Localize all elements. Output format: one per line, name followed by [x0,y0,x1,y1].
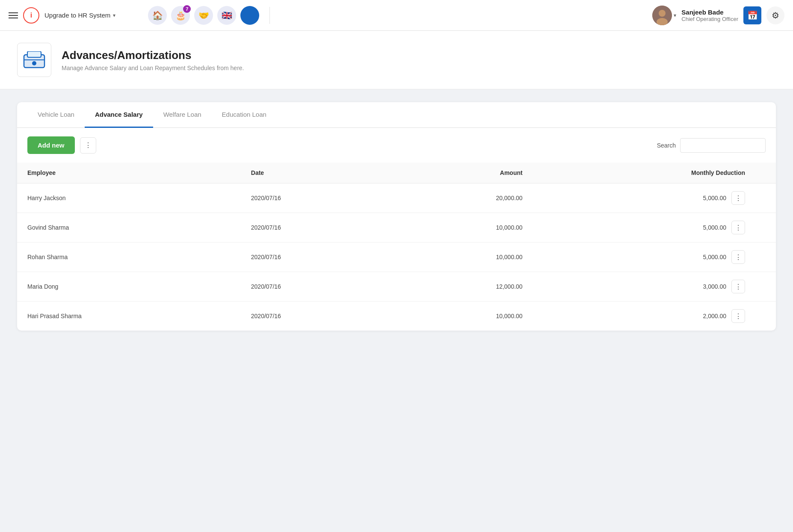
header-nav-icons: 🏠 🎂 7 🤝 🇬🇧 [148,6,259,25]
page-subtitle: Manage Advance Salary and Loan Repayment… [62,65,244,71]
settings-button[interactable]: ⚙ [766,6,784,24]
col-actions [755,163,776,183]
header-right: ▾ Sanjeeb Bade Chief Operating Officer 📅… [652,6,784,25]
cell-employee: Harry Jackson [17,183,241,213]
page-title-wrap: Advances/Amortizations Manage Advance Sa… [62,49,244,71]
tab-vehicle-loan[interactable]: Vehicle Loan [27,102,85,128]
cell-empty [755,272,776,301]
col-monthly-deduction: Monthly Deduction [533,163,755,183]
chevron-down-icon: ▾ [113,12,115,18]
cell-amount: 10,000.00 [392,242,533,272]
user-role: Chief Operating Officer [681,16,738,22]
cell-amount: 10,000.00 [392,301,533,331]
table-row: Harry Jackson 2020/07/16 20,000.00 5,000… [17,183,776,213]
cell-empty [755,242,776,272]
cell-empty [755,301,776,331]
cell-date: 2020/07/16 [241,213,392,242]
vertical-dots-icon: ⋮ [85,141,92,149]
cell-amount: 20,000.00 [392,183,533,213]
table-row: Rohan Sharma 2020/07/16 10,000.00 5,000.… [17,242,776,272]
main-card: Vehicle Loan Advance Salary Welfare Loan… [17,102,776,331]
row-action-button[interactable]: ⋮ [731,191,745,205]
table-row: Govind Sharma 2020/07/16 10,000.00 5,000… [17,213,776,242]
uk-flag-nav-icon[interactable]: 🇬🇧 [217,6,236,25]
table-row: Maria Dong 2020/07/16 12,000.00 3,000.00… [17,272,776,301]
search-area: Search [657,138,766,153]
col-employee: Employee [17,163,241,183]
handshake-nav-icon[interactable]: 🤝 [194,6,213,25]
toolbar: Add new ⋮ Search [17,128,776,163]
row-action-button[interactable]: ⋮ [731,280,745,293]
tab-education-loan[interactable]: Education Loan [212,102,277,128]
tabs: Vehicle Loan Advance Salary Welfare Loan… [17,102,776,128]
upgrade-label: Upgrade to HR System [44,12,110,19]
cell-monthly-deduction: 5,000.00 ⋮ [533,213,755,242]
cell-employee: Maria Dong [17,272,241,301]
birthday-nav-icon[interactable]: 🎂 7 [171,6,190,25]
cell-empty [755,213,776,242]
add-new-button[interactable]: Add new [27,136,75,154]
col-amount: Amount [392,163,533,183]
table-body: Harry Jackson 2020/07/16 20,000.00 5,000… [17,183,776,331]
tab-welfare-loan[interactable]: Welfare Loan [153,102,212,128]
hamburger-menu[interactable] [9,12,18,18]
home-nav-icon[interactable]: 🏠 [148,6,167,25]
cell-amount: 10,000.00 [392,213,533,242]
more-options-button[interactable]: ⋮ [80,137,96,154]
table-header-row: Employee Date Amount Monthly Deduction [17,163,776,183]
blue-dot-nav-icon[interactable] [240,6,259,25]
cell-monthly-deduction: 5,000.00 ⋮ [533,242,755,272]
avatar-dropdown[interactable]: ▾ [652,6,676,25]
cell-date: 2020/07/16 [241,242,392,272]
page-title: Advances/Amortizations [62,49,244,62]
chevron-down-icon: ▾ [674,12,676,18]
page-header: Advances/Amortizations Manage Advance Sa… [0,31,793,89]
header-left: i Upgrade to HR System ▾ [9,7,115,24]
search-label: Search [657,142,676,149]
avatar-image [652,6,672,25]
tab-advance-salary[interactable]: Advance Salary [85,102,153,128]
row-action-button[interactable]: ⋮ [731,250,745,264]
user-name: Sanjeeb Bade [681,9,738,16]
svg-point-1 [659,10,666,17]
svg-rect-8 [33,62,36,65]
cell-date: 2020/07/16 [241,183,392,213]
cell-empty [755,183,776,213]
search-input[interactable] [680,138,766,153]
info-icon[interactable]: i [23,7,39,24]
header-divider [269,7,270,24]
cell-monthly-deduction: 3,000.00 ⋮ [533,272,755,301]
cell-amount: 12,000.00 [392,272,533,301]
birthday-badge: 7 [183,5,191,13]
cell-employee: Govind Sharma [17,213,241,242]
calendar-button[interactable]: 📅 [743,6,761,24]
page-icon [17,43,51,77]
row-action-button[interactable]: ⋮ [731,221,745,234]
cell-employee: Hari Prasad Sharma [17,301,241,331]
cell-monthly-deduction: 5,000.00 ⋮ [533,183,755,213]
cell-date: 2020/07/16 [241,272,392,301]
cell-date: 2020/07/16 [241,301,392,331]
svg-rect-5 [27,51,41,57]
row-action-button[interactable]: ⋮ [731,309,745,323]
cell-employee: Rohan Sharma [17,242,241,272]
main-content: Vehicle Loan Advance Salary Welfare Loan… [0,89,793,343]
user-info: Sanjeeb Bade Chief Operating Officer [681,9,738,22]
avatar [652,6,672,25]
cell-monthly-deduction: 2,000.00 ⋮ [533,301,755,331]
header: i Upgrade to HR System ▾ 🏠 🎂 7 🤝 🇬🇧 [0,0,793,31]
upgrade-button[interactable]: Upgrade to HR System ▾ [44,12,115,19]
data-table: Employee Date Amount Monthly Deduction H… [17,163,776,331]
advances-icon [23,51,45,68]
table-row: Hari Prasad Sharma 2020/07/16 10,000.00 … [17,301,776,331]
col-date: Date [241,163,392,183]
